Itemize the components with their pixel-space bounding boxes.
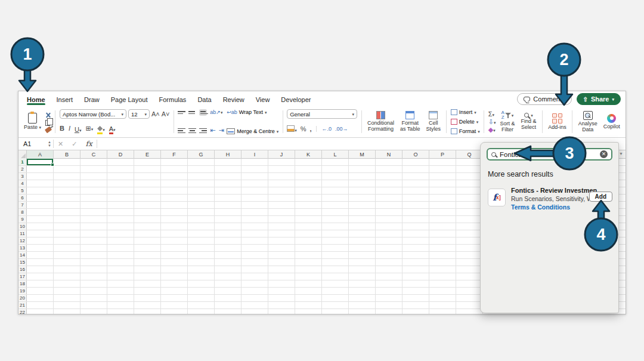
copy-icon[interactable]: [45, 120, 50, 126]
cell-H19[interactable]: [215, 288, 242, 294]
cell-I14[interactable]: [242, 252, 268, 258]
cell-C17[interactable]: [80, 273, 107, 280]
cell-J3[interactable]: [268, 173, 295, 180]
cell-J17[interactable]: [268, 273, 295, 280]
decrease-indent-button[interactable]: ⇤: [210, 127, 215, 134]
cell-N10[interactable]: [376, 223, 402, 230]
cell-B17[interactable]: [54, 273, 80, 280]
cell-C10[interactable]: [80, 223, 107, 230]
row-header-4[interactable]: 4: [18, 180, 27, 187]
cell-B12[interactable]: [54, 237, 80, 244]
cell-N13[interactable]: [376, 245, 402, 251]
cell-H6[interactable]: [215, 195, 242, 201]
cell-K14[interactable]: [295, 252, 322, 258]
cell-A12[interactable]: [27, 237, 54, 244]
column-header-A[interactable]: A: [27, 150, 54, 159]
cell-P20[interactable]: [429, 295, 456, 301]
copilot-button[interactable]: Copilot: [602, 114, 622, 130]
format-painter-icon[interactable]: [45, 126, 52, 132]
cell-B19[interactable]: [54, 288, 80, 294]
shrink-font-button[interactable]: A˅: [162, 111, 170, 118]
conditional-formatting-button[interactable]: ConditionalFormatting: [366, 111, 396, 132]
cell-L12[interactable]: [322, 237, 349, 244]
cell-P9[interactable]: [429, 216, 456, 223]
cell-A8[interactable]: [27, 209, 54, 215]
cell-B7[interactable]: [54, 202, 80, 208]
cell-N8[interactable]: [376, 209, 402, 215]
cell-Q14[interactable]: [456, 252, 483, 258]
cut-icon[interactable]: [45, 112, 51, 118]
cell-Q13[interactable]: [456, 245, 483, 251]
cell-F11[interactable]: [161, 230, 188, 237]
cell-K15[interactable]: [295, 259, 322, 266]
cell-M21[interactable]: [349, 302, 376, 308]
cell-K8[interactable]: [295, 209, 322, 215]
cell-C9[interactable]: [80, 216, 107, 223]
cell-H3[interactable]: [215, 173, 242, 180]
cell-D3[interactable]: [107, 173, 134, 180]
fill-color-button[interactable]: ▾: [97, 123, 105, 134]
add-addin-button[interactable]: Add: [589, 192, 612, 202]
column-header-N[interactable]: N: [376, 150, 402, 159]
grow-font-button[interactable]: A˄: [151, 111, 160, 118]
cell-E8[interactable]: [134, 209, 161, 215]
align-center-button[interactable]: [188, 127, 196, 135]
cell-H17[interactable]: [215, 273, 242, 280]
cell-A1[interactable]: [27, 159, 54, 165]
analyse-data-button[interactable]: AnalyseData: [577, 111, 599, 133]
cell-N11[interactable]: [376, 230, 402, 237]
cell-D20[interactable]: [107, 295, 134, 301]
cell-P12[interactable]: [429, 237, 456, 244]
align-middle-button[interactable]: [188, 110, 196, 115]
cell-M9[interactable]: [349, 216, 376, 223]
cell-B4[interactable]: [54, 180, 80, 187]
cell-O7[interactable]: [402, 202, 429, 208]
cell-L3[interactable]: [322, 173, 349, 180]
cell-P18[interactable]: [429, 280, 456, 287]
cell-O14[interactable]: [402, 252, 429, 258]
cell-A10[interactable]: [27, 223, 54, 230]
cell-D10[interactable]: [107, 223, 134, 230]
cell-B14[interactable]: [54, 252, 80, 258]
cell-F1[interactable]: [161, 159, 188, 165]
cell-O11[interactable]: [402, 230, 429, 237]
cell-E16[interactable]: [134, 266, 161, 273]
cell-C14[interactable]: [80, 252, 107, 258]
cell-O4[interactable]: [402, 180, 429, 187]
cell-L9[interactable]: [322, 216, 349, 223]
cell-H13[interactable]: [215, 245, 242, 251]
cell-G3[interactable]: [188, 173, 215, 180]
cell-A19[interactable]: [27, 288, 54, 294]
cell-L21[interactable]: [322, 302, 349, 308]
cell-K17[interactable]: [295, 273, 322, 280]
row-header-19[interactable]: 19: [18, 288, 27, 294]
cell-B8[interactable]: [54, 209, 80, 215]
cell-N5[interactable]: [376, 187, 402, 194]
cell-G10[interactable]: [188, 223, 215, 230]
cell-P8[interactable]: [429, 209, 456, 215]
cell-G8[interactable]: [188, 209, 215, 215]
cell-F14[interactable]: [161, 252, 188, 258]
cell-F12[interactable]: [161, 237, 188, 244]
cell-L17[interactable]: [322, 273, 349, 280]
cell-G15[interactable]: [188, 259, 215, 266]
cell-G14[interactable]: [188, 252, 215, 258]
font-color-button[interactable]: A▾: [109, 123, 116, 134]
cell-P15[interactable]: [429, 259, 456, 266]
cell-E13[interactable]: [134, 245, 161, 251]
cell-B1[interactable]: [54, 159, 80, 165]
cell-K9[interactable]: [295, 216, 322, 223]
tab-formulas[interactable]: Formulas: [159, 93, 187, 106]
cell-P19[interactable]: [429, 288, 456, 294]
tab-view[interactable]: View: [256, 93, 270, 106]
cell-C7[interactable]: [80, 202, 107, 208]
cell-E21[interactable]: [134, 302, 161, 308]
cell-B2[interactable]: [54, 166, 80, 172]
column-header-H[interactable]: H: [215, 150, 242, 159]
cell-C2[interactable]: [80, 166, 107, 172]
cell-P6[interactable]: [429, 195, 456, 201]
cell-H5[interactable]: [215, 187, 242, 194]
cell-O1[interactable]: [402, 159, 429, 165]
cell-M11[interactable]: [349, 230, 376, 237]
cell-L2[interactable]: [322, 166, 349, 172]
